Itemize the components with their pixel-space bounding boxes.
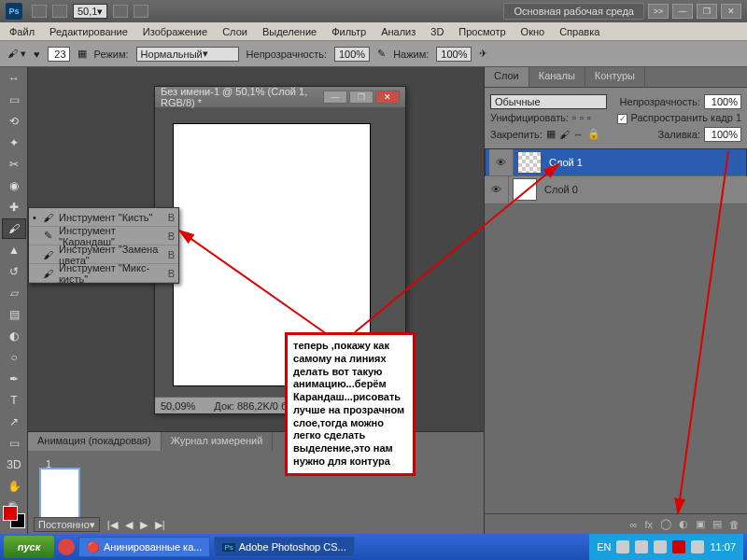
blend-mode-select[interactable]: Обычные xyxy=(490,94,607,109)
tab-animation[interactable]: Анимация (покадровая) xyxy=(28,432,162,451)
brush-size-field[interactable]: 23 xyxy=(48,47,70,62)
menu-filter[interactable]: Фильтр xyxy=(326,24,372,39)
opacity-field[interactable]: 100% xyxy=(334,47,370,62)
new-layer-icon[interactable]: ▤ xyxy=(712,518,722,530)
unify-position-icon[interactable]: ▫ xyxy=(572,112,576,123)
status-zoom[interactable]: 50,09% xyxy=(161,400,195,412)
tool-healing[interactable]: ✚ xyxy=(2,197,26,217)
lock-transparency-icon[interactable]: ▦ xyxy=(546,128,556,140)
play-icon[interactable]: ▶ xyxy=(140,519,148,531)
menu-file[interactable]: Файл xyxy=(4,24,40,39)
workspace-switcher[interactable]: Основная рабочая среда xyxy=(503,3,644,20)
airbrush-icon[interactable]: ✈ xyxy=(479,48,487,60)
propagate-checkbox[interactable]: ✓ xyxy=(617,114,627,124)
language-indicator[interactable]: EN xyxy=(597,541,611,553)
viewmode-button[interactable] xyxy=(113,5,128,18)
document-titlebar[interactable]: Без имени-1 @ 50,1% (Слой 1, RGB/8) * — … xyxy=(155,87,405,107)
tab-channels[interactable]: Каналы xyxy=(529,67,585,87)
menu-window[interactable]: Окно xyxy=(515,24,551,39)
tool-hand[interactable]: ✋ xyxy=(2,476,26,497)
layer-opacity-field[interactable]: 100% xyxy=(704,94,741,109)
tool-3d[interactable]: 3D xyxy=(2,455,26,475)
opera-icon[interactable] xyxy=(58,539,75,555)
taskbar-item[interactable]: PsAdobe Photoshop CS... xyxy=(214,537,354,557)
tool-gradient[interactable]: ▤ xyxy=(2,304,26,325)
tool-blur[interactable]: ◐ xyxy=(2,326,26,346)
foreground-color[interactable] xyxy=(3,506,18,521)
zoom-field[interactable]: 50,1 ▾ xyxy=(73,4,107,19)
prev-frame-icon[interactable]: ◀ xyxy=(125,519,133,531)
start-button[interactable]: пуск xyxy=(4,536,54,558)
unify-style-icon[interactable]: ▫ xyxy=(587,112,591,123)
menu-layers[interactable]: Слои xyxy=(217,24,253,39)
menu-view[interactable]: Просмотр xyxy=(453,24,511,39)
tool-brush[interactable]: 🖌 xyxy=(2,218,26,239)
layer-row[interactable]: 👁 Слой 0 xyxy=(485,176,747,204)
delete-layer-icon[interactable]: 🗑 xyxy=(729,519,740,530)
blend-mode-select[interactable]: Нормальный ▾ xyxy=(136,47,239,62)
lock-all-icon[interactable]: 🔒 xyxy=(587,128,600,140)
lock-position-icon[interactable]: ↔ xyxy=(573,129,584,140)
tray-icon[interactable] xyxy=(672,540,685,553)
tablet-opacity-icon[interactable]: ✎ xyxy=(377,48,386,60)
layer-thumbnail[interactable] xyxy=(513,178,537,201)
menu-edit[interactable]: Редактирование xyxy=(44,24,134,39)
fx-icon[interactable]: fx xyxy=(644,519,653,530)
tool-move[interactable]: ↔ xyxy=(2,68,26,89)
flyout-mixer-brush[interactable]: 🖌Инструмент "Микс-кисть"B xyxy=(29,264,178,283)
menu-image[interactable]: Изображение xyxy=(137,24,213,39)
layer-name[interactable]: Слой 0 xyxy=(541,184,747,195)
window-close-button[interactable]: ✕ xyxy=(721,4,741,19)
tool-crop[interactable]: ✂ xyxy=(2,154,26,175)
visibility-toggle-icon[interactable]: 👁 xyxy=(489,149,514,175)
adjustment-icon[interactable]: ◐ xyxy=(679,518,688,530)
link-layers-icon[interactable]: ∞ xyxy=(630,519,638,530)
group-icon[interactable]: ▣ xyxy=(696,518,705,530)
menu-select[interactable]: Выделение xyxy=(257,24,322,39)
unify-visibility-icon[interactable]: ▫ xyxy=(580,112,584,123)
fill-field[interactable]: 100% xyxy=(704,127,741,142)
window-maximize-button[interactable]: ❐ xyxy=(697,4,717,19)
tray-icon[interactable] xyxy=(691,540,704,553)
tray-icon[interactable] xyxy=(616,540,629,553)
loop-select[interactable]: Постоянно ▾ xyxy=(34,517,100,532)
lock-pixels-icon[interactable]: 🖌 xyxy=(559,129,570,140)
doc-close-button[interactable]: ✕ xyxy=(375,91,400,104)
layer-thumbnail[interactable] xyxy=(517,151,542,174)
taskbar-item[interactable]: 🔴Анинированные ка... xyxy=(78,537,210,557)
tool-marquee[interactable]: ▭ xyxy=(2,90,26,110)
tool-history-brush[interactable]: ↺ xyxy=(2,261,26,282)
panel-chevrons[interactable]: >> xyxy=(648,4,669,19)
tool-lasso[interactable]: ⟲ xyxy=(2,111,26,132)
arrange-button[interactable] xyxy=(52,5,67,18)
tool-pen[interactable]: ✒ xyxy=(2,369,26,389)
tab-layers[interactable]: Слои xyxy=(485,67,529,87)
brush-preset-icon[interactable]: ▦ xyxy=(78,48,87,60)
menu-help[interactable]: Справка xyxy=(554,24,605,39)
tool-stamp[interactable]: ▲ xyxy=(2,240,26,260)
tray-icon[interactable] xyxy=(654,540,667,553)
tab-paths[interactable]: Контуры xyxy=(585,67,645,87)
animation-frame[interactable]: 1 0 сек. xyxy=(39,468,80,520)
doc-minimize-button[interactable]: — xyxy=(323,91,347,104)
tool-eyedropper[interactable]: ◉ xyxy=(2,175,26,196)
color-swatches[interactable] xyxy=(3,506,25,528)
window-minimize-button[interactable]: — xyxy=(672,4,693,19)
flow-field[interactable]: 100% xyxy=(436,47,472,62)
mask-icon[interactable]: ◯ xyxy=(660,518,671,530)
mru-button[interactable] xyxy=(32,5,47,18)
menu-analysis[interactable]: Анализ xyxy=(375,24,421,39)
tool-dodge[interactable]: ○ xyxy=(2,347,26,368)
tool-eraser[interactable]: ▱ xyxy=(2,283,26,303)
doc-maximize-button[interactable]: ❐ xyxy=(349,91,374,104)
visibility-toggle-icon[interactable]: 👁 xyxy=(485,176,509,203)
layer-name[interactable]: Слой 1 xyxy=(545,157,742,168)
first-frame-icon[interactable]: |◀ xyxy=(107,519,118,531)
clock[interactable]: 11:07 xyxy=(710,541,736,553)
tool-shape[interactable]: ▭ xyxy=(2,433,26,454)
viewextras-button[interactable] xyxy=(134,5,148,18)
next-frame-icon[interactable]: ▶| xyxy=(155,519,165,531)
tab-measurement-log[interactable]: Журнал измерений xyxy=(162,432,274,451)
tool-path[interactable]: ↗ xyxy=(2,412,26,432)
menu-3d[interactable]: 3D xyxy=(425,24,449,39)
